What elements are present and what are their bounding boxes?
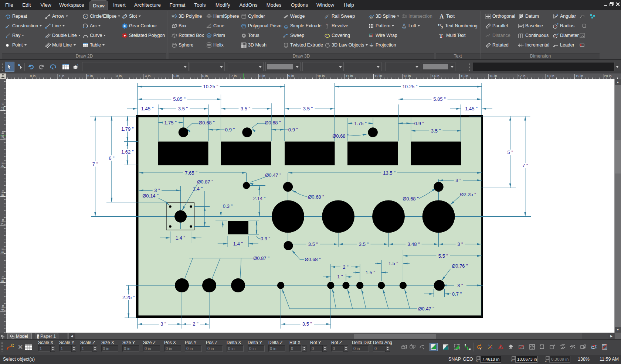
svg-text:X: X [476,359,478,362]
svg-text:3: 3 [441,25,443,29]
svg-text:R: R [557,23,559,25]
svg-text:3 ": 3 " [160,321,166,327]
svg-text:3.5 ": 3.5 " [308,241,318,247]
svg-text:Ø0.68 ": Ø0.68 " [403,196,419,202]
svg-text:6 ": 6 " [109,155,115,161]
svg-text:3.5 ": 3.5 " [303,106,313,111]
svg-text:1.45 ": 1.45 " [141,106,154,111]
svg-text:Ø0.68 ": Ø0.68 " [305,257,321,262]
svg-text:3 ": 3 " [457,283,463,288]
svg-text:5.85 ": 5.85 " [173,96,186,102]
svg-text:Ø0.68 ": Ø0.68 " [308,194,324,200]
svg-text:3.5 ": 3.5 " [302,321,312,327]
svg-text:Ø0.47 ": Ø0.47 " [265,172,281,178]
svg-text:Ø0.47 ": Ø0.47 " [418,306,434,312]
svg-text:2.25 ": 2.25 " [122,295,135,300]
svg-text:0.9 ": 0.9 " [414,121,424,126]
svg-text:2 ": 2 " [343,264,349,270]
svg-text:3.5 ": 3.5 " [178,106,188,111]
svg-text:7 ": 7 " [522,163,528,168]
svg-text:10.25 ": 10.25 " [203,84,218,89]
svg-text:WP: WP [446,345,449,347]
svg-text:D: D [557,32,559,35]
svg-text:1.79 ": 1.79 " [121,126,134,132]
svg-text:1.4 ": 1.4 " [233,241,243,247]
svg-text:Y: Y [511,359,513,362]
svg-text:1.75 ": 1.75 " [354,121,367,126]
svg-text:3 ": 3 " [455,178,461,183]
svg-text:0.9 ": 0.9 " [288,127,298,133]
svg-text:t: t [442,34,444,39]
svg-text:2.14 ": 2.14 " [253,196,266,201]
svg-text:0.7 ": 0.7 " [452,291,462,297]
svg-text:5 ": 5 " [508,150,513,155]
svg-text:1 ": 1 " [337,274,343,279]
svg-text:Z: Z [545,359,547,362]
svg-text:Ø0.76 ": Ø0.76 " [452,263,468,269]
svg-text:7 ": 7 " [92,161,98,167]
svg-text:13.5 ": 13.5 " [383,170,396,176]
svg-text:1.5 ": 1.5 " [388,261,398,266]
svg-text:3 ": 3 " [154,188,160,193]
svg-text:2 ": 2 " [193,321,198,327]
svg-text:3 ": 3 " [457,241,463,247]
svg-text:Ø0.87 ": Ø0.87 " [253,255,269,261]
svg-text:Ø0.68 ": Ø0.68 " [198,120,215,126]
svg-text:1.75 ": 1.75 " [164,120,177,126]
svg-text:10.25 ": 10.25 " [403,84,418,89]
svg-text:1.62 ": 1.62 " [121,149,134,155]
svg-text:0.9 ": 0.9 " [261,236,271,241]
svg-text:Ø0.14 ": Ø0.14 " [142,193,159,199]
svg-text:1.4 ": 1.4 " [193,186,203,192]
svg-text:Ø2.25 ": Ø2.25 " [460,192,476,197]
svg-text:Ø0.87 ": Ø0.87 " [197,179,213,185]
svg-text:Ø0.68 ": Ø0.68 " [265,120,281,126]
svg-text:0.9 ": 0.9 " [225,127,235,133]
svg-text:5.5 ": 5.5 " [438,253,448,259]
svg-text:3.5 ": 3.5 " [359,241,369,247]
svg-text:3D: 3D [172,15,175,18]
svg-text:1.5 ": 1.5 " [366,270,376,275]
svg-text:5.85 ": 5.85 " [433,96,446,102]
svg-text:A: A [556,13,558,16]
svg-text:0.3 ": 0.3 " [223,203,233,209]
svg-text:3D: 3D [370,16,373,19]
svg-text:7.65 ": 7.65 " [185,170,197,176]
svg-text:3.48 ": 3.48 " [407,241,420,247]
svg-text:A: A [440,13,444,20]
svg-text:Ø0.68 ": Ø0.68 " [332,133,349,139]
svg-text:1.4 ": 1.4 " [176,235,186,241]
svg-text:3.5 ": 3.5 " [241,106,251,111]
svg-text:3.5 ": 3.5 " [431,128,441,134]
svg-text:1.45 ": 1.45 " [465,106,478,111]
svg-text:1: 1 [38,335,39,339]
